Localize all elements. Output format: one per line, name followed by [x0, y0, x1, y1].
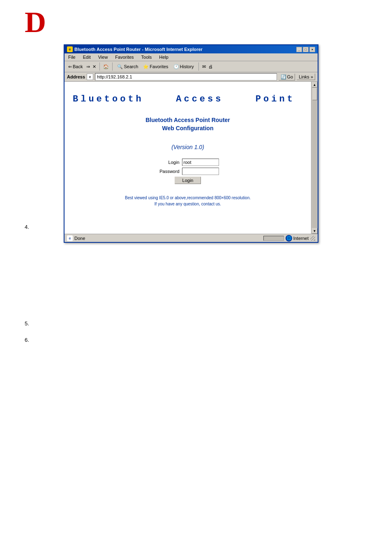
toolbar-separator-3 — [198, 62, 199, 71]
scroll-up-button[interactable]: ▲ — [312, 82, 318, 88]
maximize-button[interactable]: □ — [303, 47, 309, 52]
go-label: Go — [287, 74, 293, 79]
search-icon: 🔍 — [117, 64, 123, 69]
list-item-5: 5. — [25, 320, 29, 327]
scroll-track — [312, 88, 318, 228]
history-icon: 🕐 — [173, 64, 179, 69]
scrollbar[interactable]: ▲ ▼ — [311, 82, 318, 234]
title-bar: e Bluetooth Access Point Router - Micros… — [65, 45, 318, 53]
footer-line2: If you have any question, contact us. — [73, 201, 303, 207]
favorites-icon: ⭐ — [143, 64, 149, 69]
password-input[interactable] — [182, 168, 219, 175]
big-header: Bluetooth Access Point Router — [73, 94, 303, 104]
version-text: (Version 1.0) — [73, 144, 303, 150]
mail-icon[interactable]: ✉ — [202, 64, 206, 69]
menu-tools[interactable]: Tools — [140, 54, 153, 60]
password-label: Password — [157, 169, 180, 174]
status-page-icon: e — [67, 235, 73, 241]
favorites-label: Favorites — [150, 64, 168, 69]
ie-icon: e — [67, 46, 73, 52]
address-bar: Address e 🔄 Go Links » — [65, 72, 318, 82]
links-button[interactable]: Links » — [297, 74, 315, 80]
menu-help[interactable]: Help — [158, 54, 170, 60]
subtitle-sub: Web Configuration — [73, 125, 303, 131]
status-zone: Internet — [293, 236, 309, 241]
status-text: Done — [74, 236, 85, 241]
scroll-down-button[interactable]: ▼ — [312, 228, 318, 234]
toolbar-separator-1 — [99, 62, 100, 71]
history-label: History — [180, 64, 194, 69]
status-bar: e Done 🌐 Internet — [65, 234, 318, 242]
resize-handle[interactable] — [310, 236, 315, 241]
login-button[interactable]: Login — [175, 177, 201, 184]
login-form: Login Password Login — [157, 159, 219, 184]
footer-note: Best viewed using IE5.0 or above,recomme… — [73, 195, 303, 207]
menu-favorites[interactable]: Favorites — [114, 54, 135, 60]
login-label: Login — [157, 160, 180, 165]
browser-title: Bluetooth Access Point Router - Microsof… — [74, 47, 203, 52]
password-row: Password — [157, 168, 219, 175]
toolbar: ⇐ Back ⇒ ✕ 🏠 🔍 Search ⭐ Favorites 🕐 Hist… — [65, 61, 318, 72]
menu-file[interactable]: File — [67, 54, 77, 60]
d-logo: D — [25, 7, 46, 37]
address-input[interactable] — [95, 73, 277, 81]
status-right: 🌐 Internet — [263, 235, 315, 242]
search-label: Search — [124, 64, 138, 69]
scroll-thumb[interactable] — [312, 88, 317, 100]
search-button[interactable]: 🔍 Search — [116, 64, 139, 70]
favorites-button[interactable]: ⭐ Favorites — [142, 64, 169, 70]
list-item-4: 4. — [25, 224, 29, 230]
back-button[interactable]: ⇐ Back — [67, 64, 84, 70]
back-label: Back — [73, 64, 83, 69]
list-item-6: 6. — [25, 337, 29, 343]
go-button[interactable]: 🔄 Go — [279, 74, 295, 81]
go-arrow-icon: 🔄 — [281, 74, 286, 80]
home-icon[interactable]: 🏠 — [103, 64, 109, 69]
stop-icon[interactable]: ✕ — [92, 64, 96, 69]
back-arrow-icon: ⇐ — [68, 64, 72, 69]
toolbar-separator-2 — [112, 62, 113, 71]
browser-content-wrap: Bluetooth Access Point Router Bluetooth … — [65, 82, 318, 234]
forward-icon[interactable]: ⇒ — [86, 64, 90, 69]
status-progress-bar — [263, 236, 284, 241]
address-label: Address — [67, 74, 85, 79]
close-button[interactable]: × — [309, 47, 315, 52]
address-page-icon: e — [87, 74, 93, 80]
menu-edit[interactable]: Edit — [82, 54, 92, 60]
print-icon[interactable]: 🖨 — [208, 64, 213, 69]
footer-line1: Best viewed using IE5.0 or above,recomme… — [73, 195, 303, 201]
title-bar-controls[interactable]: _ □ × — [296, 47, 315, 52]
browser-window: e Bluetooth Access Point Router - Micros… — [64, 44, 318, 243]
login-input[interactable] — [182, 159, 219, 166]
browser-content: Bluetooth Access Point Router Bluetooth … — [65, 82, 311, 234]
subtitle-title: Bluetooth Access Point Router — [73, 117, 303, 123]
minimize-button[interactable]: _ — [296, 47, 302, 52]
menu-view[interactable]: View — [97, 54, 109, 60]
login-row: Login — [157, 159, 219, 166]
login-btn-row: Login — [157, 177, 219, 184]
history-button[interactable]: 🕐 History — [172, 64, 195, 70]
menu-bar: File Edit View Favorites Tools Help — [65, 53, 318, 61]
status-left: e Done — [67, 235, 85, 241]
status-internet: 🌐 Internet — [286, 235, 309, 242]
title-bar-left: e Bluetooth Access Point Router - Micros… — [67, 46, 203, 52]
globe-icon: 🌐 — [286, 235, 292, 242]
